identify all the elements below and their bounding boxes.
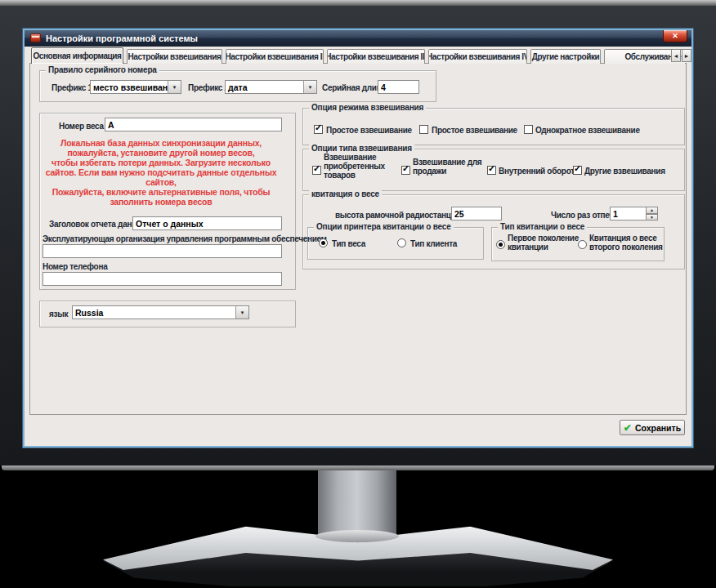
printer-options-title: Опции принтера квитанции о весе [314, 222, 454, 231]
spin-down-button[interactable]: ▼ [647, 214, 658, 221]
spin-up-icon: ▲ [650, 207, 654, 212]
radio-second-generation[interactable] [578, 240, 587, 249]
checkbox-other-weighing[interactable]: ✓ [573, 166, 582, 175]
prefix1-value: место взвешивания [91, 81, 168, 93]
spin-down-icon: ▼ [650, 215, 654, 220]
weighing-mode-title: Опция режима взвешивания [309, 103, 426, 112]
warning-text: Локальная база данных синхронизации данн… [43, 138, 280, 207]
close-icon: ✕ [672, 32, 678, 40]
radio-second-generation-label: Квитанция о весе второго поколения [589, 234, 665, 252]
combo-arrow-icon: ▼ [303, 81, 316, 93]
receipt-type-title: Тип квитанции о весе [498, 222, 587, 231]
tab-other-settings[interactable]: Другие настройки [530, 49, 601, 64]
group-serial-rule-title: Правило серийного номера [46, 65, 159, 74]
prefix2-combobox[interactable]: дата ▼ [225, 80, 317, 94]
titlebar: Настройки программной системы ✕ [25, 30, 691, 47]
tab-scroll-right-button[interactable]: ► [682, 49, 691, 62]
monitor-stand-neck [318, 470, 396, 537]
checkbox-single-weighing[interactable] [524, 125, 533, 134]
check-icon: ✓ [488, 164, 495, 173]
org-label: Эксплуатирующая организация управления п… [43, 234, 327, 243]
tab-scroll-buttons: ◄ ► [670, 49, 691, 62]
phone-label: Номер телефона [43, 262, 107, 271]
tab-label: Настройки взвешивания II [226, 52, 324, 61]
check-icon: ✓ [315, 123, 322, 132]
settings-window: Настройки программной системы ✕ Основная… [25, 30, 691, 446]
language-combobox[interactable]: Russia ▼ [72, 305, 249, 319]
save-button-label: Сохранить [635, 423, 681, 433]
checkbox-sales-weighing[interactable]: ✓ [401, 166, 410, 175]
monitor-top-edge [0, 0, 716, 6]
frame-height-field[interactable] [451, 207, 502, 220]
window-title: Настройки программной системы [46, 33, 198, 43]
save-button[interactable]: ✔ Сохранить [620, 420, 685, 435]
checkbox-purchased-goods-label: Взвешивание приобретенных товаров [324, 153, 391, 180]
checkbox-single-weighing-label: Однократное взвешивание [535, 126, 640, 135]
radio-first-generation[interactable] [496, 240, 505, 249]
tab-label: Настройки взвешивания III [327, 52, 425, 61]
scale-number-label: Номер веса [59, 122, 104, 131]
checkbox-simple-weighing-1-label: Простое взвешивание [326, 126, 412, 135]
prefix1-label: Префикс 1 [51, 83, 92, 92]
checkbox-purchased-goods[interactable]: ✓ [312, 166, 321, 175]
print-count-field[interactable] [610, 207, 647, 220]
language-label: язык [49, 310, 68, 318]
tab-label: Другие настройки [532, 52, 600, 61]
close-button[interactable]: ✕ [663, 30, 687, 42]
receipt-group-title: квитанция о весе [309, 189, 382, 198]
prefix2-label: Префикс 2 [188, 83, 229, 92]
tab-label: Настройки взвешивания [128, 52, 222, 61]
scale-number-field[interactable] [105, 118, 282, 131]
tab-bar: Основная информация Настройки взвешивани… [31, 47, 685, 64]
radio-scale-type-label: Тип веса [332, 239, 365, 248]
arrow-right-icon: ► [684, 53, 690, 59]
tab-scroll-left-button[interactable]: ◄ [671, 49, 681, 62]
radio-scale-type[interactable] [319, 238, 328, 247]
tab-weighing-settings[interactable]: Настройки взвешивания [127, 49, 222, 64]
radio-first-generation-label: Первое поколение квитанции [508, 234, 580, 252]
save-check-icon: ✔ [624, 422, 632, 434]
language-value: Russia [73, 306, 235, 318]
prefix2-value: дата [226, 81, 303, 93]
checkbox-other-weighing-label: Другие взвешивания [584, 167, 665, 176]
checkbox-sales-weighing-label: Взвешивание для продажи [413, 158, 494, 176]
tab-label: Настройки взвешивания IV [428, 52, 527, 61]
phone-field[interactable] [43, 272, 282, 286]
check-icon: ✓ [574, 164, 581, 173]
prefix1-combobox[interactable]: место взвешивания ▼ [90, 80, 181, 94]
frame-height-label: высота рамочной радиостанции [335, 211, 460, 220]
serial-length-field[interactable] [378, 80, 419, 94]
checkbox-internal-turnover-label: Внутренний оборот [499, 167, 575, 176]
radio-client-type[interactable] [397, 238, 406, 247]
tab-main-info[interactable]: Основная информация [31, 47, 123, 64]
combo-arrow-icon: ▼ [168, 81, 181, 93]
weighing-type-title: Опции типа взвешивания [309, 144, 414, 153]
radio-client-type-label: Тип клиента [410, 239, 457, 248]
tab-weighing-settings-3[interactable]: Настройки взвешивания III [327, 49, 425, 64]
tab-label: Основная информация [33, 51, 121, 60]
print-count-stepper: ▲ ▼ [610, 207, 658, 220]
org-field[interactable] [43, 244, 282, 258]
tab-weighing-settings-4[interactable]: Настройки взвешивания IV [428, 49, 527, 64]
checkbox-simple-weighing-1[interactable]: ✓ [314, 125, 323, 134]
check-icon: ✓ [402, 164, 409, 173]
serial-length-label: Серийная длина [322, 83, 386, 92]
checkbox-internal-turnover[interactable]: ✓ [487, 166, 496, 175]
monitor-stand-collar [315, 530, 399, 542]
checkbox-simple-weighing-2-label: Простое взвешивание [432, 126, 517, 135]
checkbox-simple-weighing-2[interactable] [419, 125, 428, 134]
tab-weighing-settings-2[interactable]: Настройки взвешивания II [226, 49, 324, 64]
spin-up-button[interactable]: ▲ [647, 207, 658, 214]
app-icon [30, 33, 41, 42]
report-title-field[interactable] [132, 216, 282, 230]
arrow-left-icon: ◄ [673, 53, 679, 59]
combo-arrow-icon: ▼ [235, 306, 248, 318]
check-icon: ✓ [313, 164, 320, 173]
